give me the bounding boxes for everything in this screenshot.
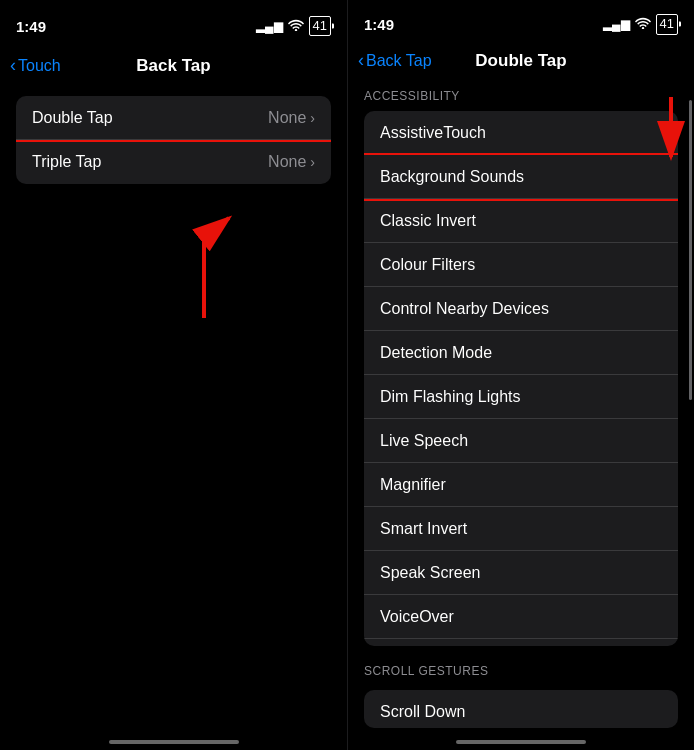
double-tap-label: Double Tap [32,109,113,127]
detection-mode-label: Detection Mode [380,344,492,362]
double-tap-chevron: › [310,110,315,126]
right-wifi-icon [635,17,651,32]
right-arrow [656,92,686,176]
scroll-down-item[interactable]: Scroll Down [364,690,678,728]
left-panel: 1:49 ▂▄▆ 41 ‹ Touch Back Tap [0,0,347,750]
triple-tap-item[interactable]: Triple Tap None › [16,140,331,184]
speak-screen-label: Speak Screen [380,564,481,582]
live-speech-label: Live Speech [380,432,468,450]
right-home-indicator [348,728,694,750]
left-home-indicator [0,726,347,750]
wifi-icon [288,19,304,34]
triple-tap-label: Triple Tap [32,153,101,171]
right-nav-bar: ‹ Back Tap Double Tap [348,41,694,81]
left-status-bar: 1:49 ▂▄▆ 41 [0,0,347,44]
right-nav-title: Double Tap [475,51,566,71]
dim-flashing-lights-item[interactable]: Dim Flashing Lights [364,375,678,419]
scroll-down-label: Scroll Down [380,703,465,721]
classic-invert-item[interactable]: Classic Invert [364,199,678,243]
assistive-touch-label: AssistiveTouch [380,124,486,142]
detection-mode-item[interactable]: Detection Mode [364,331,678,375]
control-nearby-devices-item[interactable]: Control Nearby Devices [364,287,678,331]
right-time: 1:49 [364,16,394,33]
dim-flashing-lights-label: Dim Flashing Lights [380,388,521,406]
right-back-label: Back Tap [366,52,432,70]
left-back-button[interactable]: ‹ Touch [10,56,61,76]
voiceover-label: VoiceOver [380,608,454,626]
double-tap-value: None › [268,109,315,127]
svg-point-0 [294,29,296,31]
smart-invert-item[interactable]: Smart Invert [364,507,678,551]
scroll-gestures-header: SCROLL GESTURES [348,656,694,682]
right-battery-icon: 41 [656,14,678,34]
right-panel: 1:49 ▂▄▆ 41 ‹ Back Tap Double Tap [347,0,694,750]
right-back-chevron: ‹ [358,50,364,71]
triple-tap-value: None › [268,153,315,171]
right-list-section: AssistiveTouch Background Sounds Classic… [364,111,678,646]
smart-invert-label: Smart Invert [380,520,467,538]
left-nav-bar: ‹ Touch Back Tap [0,44,347,88]
triple-tap-chevron: › [310,154,315,170]
signal-icon: ▂▄▆ [256,19,283,33]
double-tap-item[interactable]: Double Tap None › [16,96,331,140]
left-time: 1:49 [16,18,46,35]
classic-invert-label: Classic Invert [380,212,476,230]
zoom-item[interactable]: Zoom [364,639,678,646]
left-home-bar [109,740,239,744]
left-back-chevron: ‹ [10,55,16,76]
live-speech-item[interactable]: Live Speech [364,419,678,463]
background-sounds-item[interactable]: Background Sounds [364,155,678,199]
left-nav-title: Back Tap [136,56,210,76]
left-back-label: Touch [18,57,61,75]
left-list-section: Double Tap None › Triple Tap None › [16,96,331,184]
voiceover-item[interactable]: VoiceOver [364,595,678,639]
right-status-bar: 1:49 ▂▄▆ 41 [348,0,694,41]
colour-filters-label: Colour Filters [380,256,475,274]
accessibility-section-header: ACCESSIBILITY [348,81,694,107]
right-status-icons: ▂▄▆ 41 [603,14,678,34]
control-nearby-devices-label: Control Nearby Devices [380,300,549,318]
right-home-bar [456,740,586,744]
colour-filters-item[interactable]: Colour Filters [364,243,678,287]
left-arrow [0,192,347,328]
magnifier-item[interactable]: Magnifier [364,463,678,507]
scroll-down-section: Scroll Down [364,690,678,728]
right-signal-icon: ▂▄▆ [603,17,630,31]
right-scrollbar[interactable] [689,100,692,400]
background-sounds-label: Background Sounds [380,168,524,186]
magnifier-label: Magnifier [380,476,446,494]
svg-point-2 [641,27,643,29]
assistive-touch-item[interactable]: AssistiveTouch [364,111,678,155]
left-status-icons: ▂▄▆ 41 [256,16,331,36]
right-back-button[interactable]: ‹ Back Tap [358,51,432,71]
battery-icon: 41 [309,16,331,36]
speak-screen-item[interactable]: Speak Screen [364,551,678,595]
